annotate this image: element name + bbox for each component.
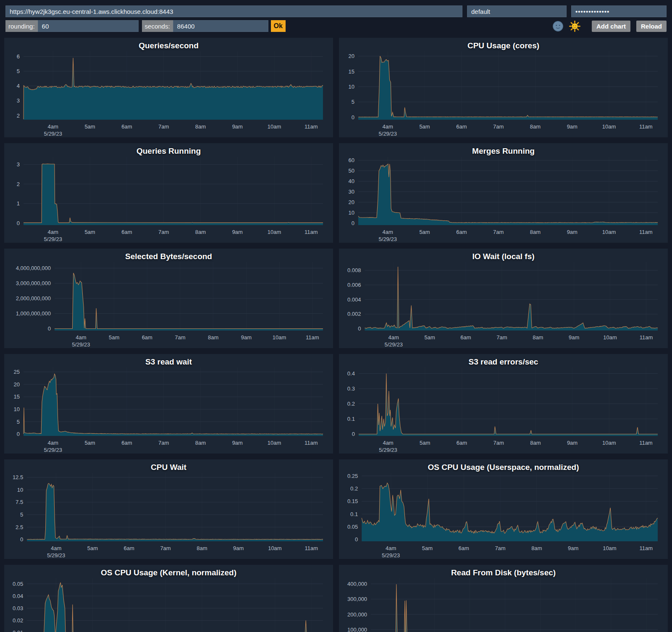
chart-canvas[interactable]: 00.0020.0040.0060.0084am5am6am7am8am9am1… <box>339 249 668 348</box>
x-axis-tick-label: 8am <box>533 334 543 341</box>
x-axis-tick-label: 6am <box>124 545 134 551</box>
x-axis-tick-label: 9am <box>232 229 243 235</box>
ok-button[interactable]: Ok <box>271 20 286 32</box>
y-axis-tick-label: 0.01 <box>13 629 23 632</box>
chart-canvas[interactable]: 234564am5am6am7am8am9am10am11am5/29/23 <box>4 38 333 137</box>
y-axis-tick-label: 20 <box>349 199 354 205</box>
y-axis-tick-label: 0.03 <box>13 605 23 611</box>
chart-canvas[interactable]: 00.050.10.150.20.254am5am6am7am8am9am10a… <box>339 459 668 559</box>
x-axis-tick-label: 9am <box>569 334 579 341</box>
series-line <box>365 267 658 328</box>
x-axis-tick-label: 4am <box>388 334 399 341</box>
username-input[interactable] <box>467 5 567 17</box>
x-axis-tick-label: 6am <box>459 545 469 551</box>
x-axis-tick-label: 9am <box>568 545 578 551</box>
y-axis-tick-label: 0.04 <box>13 593 23 599</box>
x-axis-tick-label: 7am <box>494 440 504 446</box>
chart-panel: IO Wait (local fs)00.0020.0040.0060.0084… <box>339 249 668 348</box>
chart-canvas[interactable]: 01020304050604am5am6am7am8am9am10am11am5… <box>339 143 668 243</box>
x-axis-tick-label: 6am <box>456 123 467 130</box>
y-axis-tick-label: 300,000 <box>347 596 367 602</box>
y-axis-tick-label: 2.5 <box>16 524 23 530</box>
chart-panel: Queries Running01234am5am6am7am8am9am10a… <box>4 143 333 243</box>
x-axis-tick-label: 4am <box>48 123 58 130</box>
x-axis-tick-label: 10am <box>603 545 617 551</box>
chart-canvas[interactable]: 0100,000200,000300,000400,0004am5am6am7a… <box>339 565 668 632</box>
control-bar: rounding: seconds: Ok Add chart Re <box>0 17 672 32</box>
x-axis-tick-label: 9am <box>567 440 578 446</box>
chart-panel: Queries/second234564am5am6am7am8am9am10a… <box>4 38 333 137</box>
y-axis-tick-label: 20 <box>349 53 354 59</box>
x-axis-tick-label: 4am <box>383 123 393 130</box>
chart-canvas[interactable]: 00.10.20.30.44am5am6am7am8am9am10am11am5… <box>339 354 668 454</box>
series-line <box>358 164 658 223</box>
add-chart-button[interactable]: Add chart <box>592 21 630 32</box>
x-axis-tick-label: 8am <box>530 123 541 130</box>
y-axis-tick-label: 0 <box>355 536 358 543</box>
y-axis-tick-label: 100,000 <box>347 627 367 632</box>
x-axis-tick-label: 10am <box>602 229 616 235</box>
y-axis-tick-label: 30 <box>349 189 354 195</box>
x-axis-date-label: 5/29/23 <box>44 236 62 242</box>
y-axis-tick-label: 6 <box>17 53 20 60</box>
x-axis-tick-label: 6am <box>457 440 467 446</box>
connection-bar <box>0 0 672 17</box>
series-area <box>358 164 658 226</box>
series-line <box>371 584 658 632</box>
y-axis-tick-label: 20 <box>14 381 20 388</box>
chart-canvas[interactable]: 051015204am5am6am7am8am9am10am11am5/29/2… <box>339 38 668 137</box>
chart-canvas[interactable]: 00.010.020.030.040.054am5am6am7am8am9am1… <box>4 565 333 632</box>
rounding-input[interactable] <box>38 20 139 32</box>
y-axis-tick-label: 4 <box>17 83 20 89</box>
x-axis-tick-label: 9am <box>232 440 243 446</box>
y-axis-tick-label: 10 <box>349 84 354 90</box>
x-axis-tick-label: 5am <box>422 545 433 551</box>
chart-canvas[interactable]: 05101520254am5am6am7am8am9am10am11am5/29… <box>4 354 333 454</box>
y-axis-tick-label: 40 <box>349 178 354 184</box>
y-axis-tick-label: 10 <box>14 406 20 412</box>
reload-button[interactable]: Reload <box>636 21 667 32</box>
x-axis-tick-label: 11am <box>639 545 653 551</box>
y-axis-tick-label: 1,000,000,000 <box>16 310 51 317</box>
x-axis-date-label: 5/29/23 <box>379 236 397 242</box>
dark-theme-moon-icon[interactable] <box>552 21 564 32</box>
y-axis-tick-label: 3 <box>17 97 20 104</box>
series-area <box>359 373 658 436</box>
chart-panel: Merges Running01020304050604am5am6am7am8… <box>339 143 668 243</box>
x-axis-tick-label: 8am <box>197 545 207 551</box>
y-axis-tick-label: 0 <box>48 325 51 332</box>
y-axis-tick-label: 25 <box>14 369 20 375</box>
x-axis-date-label: 5/29/23 <box>379 131 397 137</box>
series-area <box>27 582 323 632</box>
series-area <box>358 56 658 120</box>
chart-panel: OS CPU Usage (Kernel, normalized)00.010.… <box>4 565 333 632</box>
rounding-label: rounding: <box>5 20 38 32</box>
y-axis-tick-label: 0.004 <box>347 296 361 303</box>
x-axis-tick-label: 4am <box>76 334 86 341</box>
chart-canvas[interactable]: 01,000,000,0002,000,000,0003,000,000,000… <box>4 249 333 348</box>
x-axis-tick-label: 5am <box>84 229 95 235</box>
x-axis-date-label: 5/29/23 <box>44 131 62 137</box>
light-theme-sun-icon[interactable] <box>569 21 580 32</box>
chart-canvas[interactable]: 01234am5am6am7am8am9am10am11am5/29/23 <box>4 143 333 243</box>
series-area <box>371 584 658 632</box>
chart-canvas[interactable]: 02.557.51012.54am5am6am7am8am9am10am11am… <box>4 459 333 559</box>
x-axis-tick-label: 11am <box>306 334 319 341</box>
x-axis-tick-label: 9am <box>233 545 244 551</box>
series-area <box>55 273 323 330</box>
chart-panel: Read From Disk (bytes/sec)0100,000200,00… <box>339 565 668 632</box>
y-axis-tick-label: 0 <box>358 325 361 332</box>
seconds-input[interactable] <box>173 20 268 32</box>
x-axis-tick-label: 9am <box>567 123 578 130</box>
server-url-input[interactable] <box>5 5 462 17</box>
x-axis-tick-label: 4am <box>383 229 393 235</box>
y-axis-tick-label: 400,000 <box>347 581 367 587</box>
x-axis-tick-label: 6am <box>456 229 467 235</box>
x-axis-tick-label: 8am <box>530 229 541 235</box>
x-axis-tick-label: 11am <box>304 123 318 130</box>
y-axis-tick-label: 0 <box>17 220 20 226</box>
password-input[interactable] <box>571 5 667 17</box>
y-axis-tick-label: 7.5 <box>16 499 23 505</box>
y-axis-tick-label: 0.1 <box>350 511 358 517</box>
x-axis-tick-label: 8am <box>195 440 206 446</box>
